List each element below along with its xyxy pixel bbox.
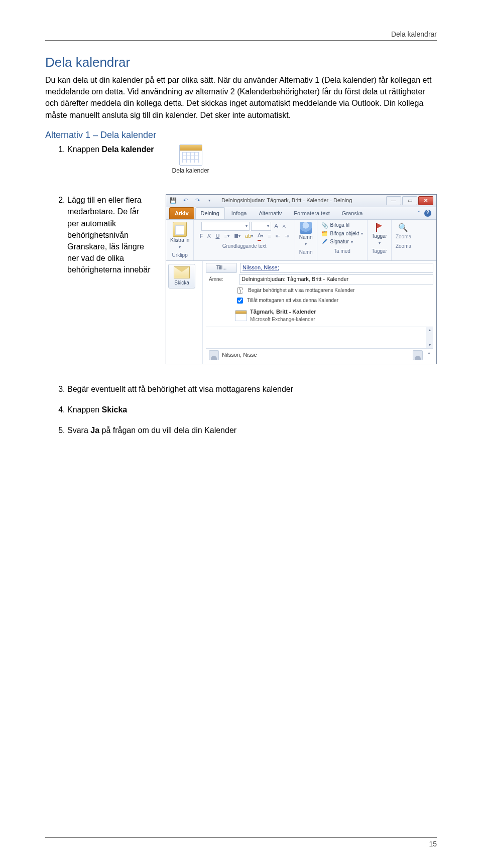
intro-paragraph: Du kan dela ut din kalender på ett par o… (45, 74, 437, 121)
share-calendar-button-figure: Dela kalender (168, 143, 213, 175)
qat-dropdown-icon[interactable]: ▾ (205, 197, 213, 205)
group-label-include: Ta med (334, 248, 350, 255)
attach-object-icon (321, 230, 328, 237)
signature-icon (321, 238, 328, 245)
names-label: Namn (299, 234, 313, 241)
attendee-name: Nilsson, Nisse (222, 351, 257, 359)
ribbon-tabs: Arkiv Delning Infoga Alternativ Formater… (166, 207, 436, 220)
page-title: Dela kalendrar (45, 55, 437, 70)
minimize-button[interactable]: — (386, 196, 401, 205)
bold-button[interactable]: F (198, 232, 204, 241)
subject-label: Ämne: (206, 275, 236, 284)
header-rule (45, 40, 437, 41)
names-button[interactable]: Namn ▾ (299, 222, 313, 247)
tags-label: Taggar (372, 233, 387, 240)
indent-left-button[interactable]: ⇤ (274, 232, 282, 241)
expand-people-pane-icon[interactable]: ˄ (428, 351, 430, 359)
flag-icon (374, 222, 385, 233)
tab-delning[interactable]: Delning (195, 207, 225, 219)
paste-dropdown-icon[interactable]: ▾ (179, 244, 181, 250)
align-button[interactable]: ≡ (266, 232, 272, 241)
underline-button[interactable]: U (214, 232, 221, 241)
signature-label: Signatur (330, 238, 349, 246)
shared-calendar-name: Tågmark, Britt - Kalender (250, 308, 316, 316)
ribbon-group-names: Namn ▾ Namn (295, 220, 317, 260)
ribbon-group-font: ▾ ▾ A A F K U ≡▾ ≣▾ ab▾ (194, 220, 295, 260)
clipboard-icon (173, 222, 187, 237)
names-dropdown-icon[interactable]: ▾ (305, 241, 307, 247)
to-value: Nilsson, Nisse; (243, 264, 279, 272)
zoom-button[interactable]: Zooma (396, 222, 411, 241)
message-body[interactable]: ▴ ▾ (206, 327, 433, 348)
request-permission-row[interactable]: Begär behörighet att visa mottagarens Ka… (235, 286, 433, 295)
tab-granska[interactable]: Granska (336, 207, 369, 219)
alt1-heading: Alternativ 1 – Dela kalender (45, 130, 437, 140)
save-icon[interactable]: 💾 (169, 197, 177, 205)
signature-button[interactable]: Signatur▾ (321, 238, 353, 246)
request-permission-label: Begär behörighet att visa mottagarens Ka… (248, 287, 354, 295)
page-number: 15 (45, 840, 437, 848)
undo-icon[interactable]: ↶ (181, 197, 189, 205)
bullets-button[interactable]: ≡▾ (222, 232, 230, 241)
ribbon-group-zoom: Zooma Zooma (392, 220, 415, 260)
font-family-combo[interactable]: ▾ (201, 222, 250, 231)
shared-calendar-subtitle: Microsoft Exchange-kalender (250, 316, 316, 324)
font-size-combo[interactable]: ▾ (251, 222, 271, 231)
header-section-label: Dela kalendrar (45, 30, 437, 38)
step-5: Svara Ja på frågan om du vill dela din K… (67, 424, 437, 436)
tab-infoga[interactable]: Infoga (226, 207, 253, 219)
redo-icon[interactable]: ↷ (193, 197, 201, 205)
attach-object-button[interactable]: Bifoga objekt▾ (321, 230, 364, 238)
tab-alternativ[interactable]: Alternativ (253, 207, 287, 219)
shrink-font-button[interactable]: A (281, 222, 287, 231)
group-label-names: Namn (299, 249, 313, 256)
step1-bold: Dela kalender (102, 145, 154, 154)
group-label-tags: Taggar (372, 248, 387, 255)
step5-prefix: Svara (67, 426, 90, 435)
step2-text: Lägg till en eller flera medarbetare. De… (67, 194, 152, 275)
grow-font-button[interactable]: A (273, 222, 279, 231)
to-field[interactable]: Nilsson, Nisse; (240, 263, 433, 273)
send-button[interactable]: Skicka (168, 264, 195, 289)
subject-field[interactable]: Delningsinbjudan: Tågmark, Britt - Kalen… (239, 274, 433, 284)
attach-file-button[interactable]: Bifoga fil (321, 222, 349, 229)
calendar-icon (179, 144, 202, 166)
numbering-button[interactable]: ≣▾ (232, 232, 242, 241)
send-label: Skicka (169, 279, 195, 287)
step-3: Begär eventuellt att få behörighet att v… (67, 383, 437, 395)
window-titlebar: 💾 ↶ ↷ ▾ Delningsinbjudan: Tågmark, Britt… (166, 195, 436, 207)
indent-right-button[interactable]: ⇥ (283, 232, 291, 241)
allow-recipient-row[interactable]: Tillåt mottagaren att visa denna Kalende… (235, 296, 433, 305)
tags-dropdown-icon[interactable]: ▾ (379, 240, 381, 246)
paste-button[interactable]: Klistra in ▾ (170, 222, 189, 250)
scroll-up-icon[interactable]: ▴ (429, 327, 431, 333)
font-color-button[interactable]: A▾ (256, 232, 265, 241)
calendar-small-icon (235, 310, 247, 321)
to-button[interactable]: Till... (206, 263, 237, 273)
step1-prefix: Knappen (67, 145, 102, 154)
footer-rule (45, 837, 437, 838)
maximize-button[interactable]: ▭ (402, 196, 417, 205)
paste-label: Klistra in (170, 237, 189, 244)
allow-recipient-checkbox[interactable] (237, 298, 243, 304)
paperclip-icon (321, 222, 328, 229)
ribbon-group-tags: Taggar ▾ Taggar (368, 220, 392, 260)
step-4: Knappen Skicka (67, 404, 437, 415)
step-2: Lägg till en eller flera medarbetare. De… (67, 194, 437, 364)
help-icon[interactable]: ? (424, 210, 431, 217)
highlight-button[interactable]: ab▾ (244, 232, 255, 241)
attach-file-label: Bifoga fil (330, 222, 349, 229)
scroll-down-icon[interactable]: ▾ (429, 342, 431, 348)
close-button[interactable]: ✕ (418, 196, 433, 205)
tags-button[interactable]: Taggar ▾ (372, 222, 387, 246)
avatar-icon (209, 350, 219, 360)
scrollbar[interactable]: ▴ ▾ (426, 327, 433, 348)
share-calendar-label: Dela kalender (168, 167, 213, 175)
tab-formatera[interactable]: Formatera text (288, 207, 335, 219)
envelope-icon (174, 266, 190, 278)
step5-bold: Ja (90, 426, 99, 435)
italic-button[interactable]: K (206, 232, 212, 241)
collapse-ribbon-icon[interactable]: ˆ (418, 210, 420, 218)
step-1: Knappen Dela kalender Dela kalender (67, 143, 437, 175)
tab-file[interactable]: Arkiv (169, 207, 194, 219)
